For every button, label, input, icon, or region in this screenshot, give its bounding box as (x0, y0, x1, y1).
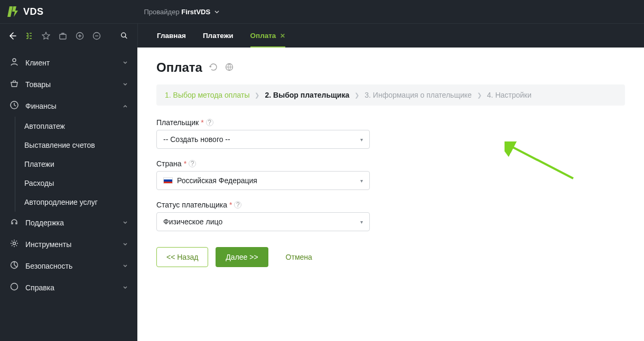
gear-icon (10, 239, 19, 250)
sidebar-subitem-expenses[interactable]: Расходы (0, 174, 137, 193)
help-icon[interactable]: ? (234, 201, 241, 209)
help-icon[interactable]: ? (189, 160, 196, 167)
logo-text: VDS (23, 6, 44, 17)
user-icon (10, 57, 19, 68)
status-label: Статус плательщика* ? (156, 201, 370, 209)
provider-name: FirstVDS (181, 8, 210, 16)
help-icon[interactable]: ? (206, 119, 213, 126)
svg-line-9 (510, 146, 573, 178)
basket-icon (10, 79, 19, 90)
sidebar-item-label: Поддержка (25, 219, 116, 227)
provider-selector[interactable]: Провайдер FirstVDS (144, 8, 219, 16)
chevron-down-icon (214, 8, 219, 16)
search-icon[interactable] (120, 31, 130, 41)
payer-label: Плательщик* ? (156, 118, 370, 127)
required-marker: * (201, 118, 203, 127)
top-bar: VDS Провайдер FirstVDS (0, 0, 644, 23)
step-2: 2. Выбор плательщика (265, 91, 349, 99)
globe-icon[interactable] (225, 62, 234, 73)
close-icon[interactable]: ✕ (280, 32, 285, 40)
tabs: Главная Платежи Оплата ✕ (137, 24, 294, 48)
cancel-button[interactable]: Отмена (276, 247, 322, 267)
page-title: Оплата (156, 60, 202, 75)
required-marker: * (184, 159, 186, 168)
logo[interactable]: VDS (7, 5, 44, 18)
payer-select[interactable]: -- Создать нового -- ▾ (156, 130, 370, 149)
svg-point-7 (11, 283, 18, 290)
sidebar-item-tools[interactable]: Инструменты (0, 233, 137, 255)
sidebar-item-client[interactable]: Клиент (0, 52, 137, 73)
sidebar-item-goods[interactable]: Товары (0, 73, 137, 95)
sidebar-subitem-autopay[interactable]: Автоплатеж (0, 117, 137, 136)
plus-circle-icon[interactable] (75, 31, 85, 41)
chevron-up-icon (123, 102, 128, 110)
country-select[interactable]: Российская Федерация ▾ (156, 171, 370, 190)
tab-payments[interactable]: Платежи (194, 24, 242, 48)
svg-point-4 (13, 59, 16, 62)
star-icon[interactable] (41, 31, 51, 41)
info-icon (10, 282, 19, 293)
tab-label: Оплата (250, 32, 276, 40)
select-value: Российская Федерация (177, 176, 360, 185)
briefcase-icon[interactable] (58, 31, 68, 41)
chevron-down-icon (123, 240, 128, 249)
form-actions: << Назад Далее >> Отмена (156, 247, 625, 267)
back-button[interactable]: << Назад (156, 247, 208, 267)
sidebar-subitem-autorenew[interactable]: Автопродление услуг (0, 193, 137, 212)
select-value: -- Создать нового -- (163, 135, 360, 144)
tab-main[interactable]: Главная (148, 24, 194, 48)
tree-icon[interactable] (24, 31, 34, 41)
sidebar-item-finance[interactable]: Финансы (0, 95, 137, 117)
annotation-arrow-icon (505, 141, 578, 184)
step-separator-icon: ❯ (354, 92, 359, 99)
step-separator-icon: ❯ (477, 92, 482, 99)
country-label: Страна* ? (156, 159, 370, 168)
chevron-down-icon: ▾ (360, 219, 363, 225)
chevron-down-icon (123, 80, 128, 89)
wallet-icon (10, 100, 19, 111)
svg-rect-0 (60, 34, 66, 39)
logo-icon (7, 5, 20, 18)
sidebar-item-support[interactable]: Поддержка (0, 212, 137, 233)
headset-icon (10, 217, 19, 228)
back-icon[interactable] (7, 31, 17, 41)
select-value: Физическое лицо (163, 217, 360, 226)
step-separator-icon: ❯ (255, 92, 259, 99)
stepper: 1. Выбор метода оплаты ❯ 2. Выбор плател… (156, 84, 625, 106)
tab-label: Платежи (203, 32, 234, 40)
sidebar-item-label: Товары (25, 80, 116, 89)
chevron-down-icon (123, 219, 128, 227)
step-3: 3. Информация о плательщике (365, 91, 472, 99)
tab-label: Главная (157, 32, 186, 40)
next-button[interactable]: Далее >> (216, 247, 268, 267)
tab-payment[interactable]: Оплата ✕ (242, 24, 294, 48)
required-marker: * (229, 201, 232, 209)
svg-point-5 (13, 242, 16, 245)
sidebar-item-security[interactable]: Безопасность (0, 255, 137, 277)
chevron-down-icon: ▾ (360, 137, 363, 143)
sidebar-item-label: Финансы (25, 102, 116, 110)
sidebar-subitem-payments[interactable]: Платежи (0, 155, 137, 174)
minus-circle-icon[interactable] (92, 31, 101, 41)
step-1[interactable]: 1. Выбор метода оплаты (165, 91, 249, 99)
sidebar-item-label: Справка (25, 283, 116, 292)
sidebar: Клиент Товары Финансы Автоплатеж Выставл… (0, 48, 137, 341)
provider-label: Провайдер (144, 8, 180, 16)
content-area: Оплата 1. Выбор метода оплаты ❯ 2. Выбор… (137, 48, 644, 341)
sidebar-item-label: Инструменты (25, 240, 116, 249)
svg-point-3 (122, 33, 126, 37)
pie-icon (10, 260, 19, 271)
chevron-down-icon (123, 59, 128, 67)
chevron-down-icon (123, 262, 128, 270)
step-4: 4. Настройки (487, 91, 531, 99)
flag-ru-icon (163, 177, 173, 184)
status-select[interactable]: Физическое лицо ▾ (156, 212, 370, 231)
chevron-down-icon (123, 283, 128, 292)
sidebar-item-help[interactable]: Справка (0, 277, 137, 298)
sidebar-subitem-invoice[interactable]: Выставление счетов (0, 136, 137, 155)
refresh-icon[interactable] (209, 62, 218, 73)
sidebar-item-label: Клиент (25, 59, 116, 67)
second-bar: Главная Платежи Оплата ✕ (0, 23, 644, 48)
toolbar (0, 24, 137, 48)
chevron-down-icon: ▾ (360, 178, 363, 184)
